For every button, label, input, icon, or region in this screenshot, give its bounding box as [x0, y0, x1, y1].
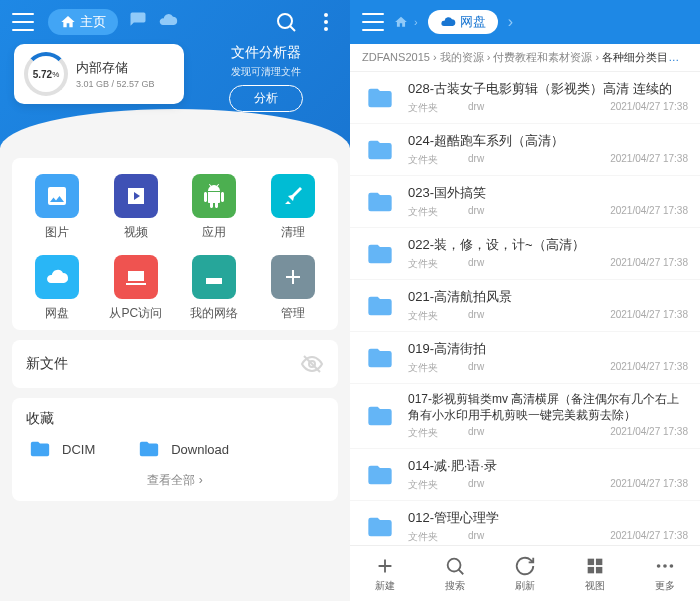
path-icons: › — [394, 15, 418, 29]
file-meta: 文件夹 drw 2021/04/27 17:38 — [408, 309, 688, 323]
grid-apps[interactable]: 应用 — [175, 174, 254, 241]
nav-more[interactable]: 更多 — [630, 546, 700, 601]
breadcrumb[interactable]: ZDFANS2015 › 我的资源 › 付费教程和素材资源 › 各种细分类目视频… — [350, 44, 700, 72]
file-meta: 文件夹 drw 2021/04/27 17:38 — [408, 257, 688, 271]
eye-off-icon[interactable] — [300, 352, 324, 376]
fav-label: Download — [171, 442, 229, 457]
plus-icon — [374, 555, 396, 577]
cloud-icon-dim[interactable] — [158, 10, 178, 34]
file-type: 文件夹 — [408, 478, 468, 492]
file-perm: drw — [468, 153, 610, 167]
file-date: 2021/04/27 17:38 — [610, 309, 688, 323]
file-perm: drw — [468, 530, 610, 544]
favorites-items: DCIM Download — [26, 438, 324, 460]
file-date: 2021/04/27 17:38 — [610, 426, 688, 440]
file-body: 028-古装女子电影剪辑（影视类）高清 连续的 文件夹 drw 2021/04/… — [408, 80, 688, 115]
grid-pictures[interactable]: 图片 — [18, 174, 97, 241]
file-date: 2021/04/27 17:38 — [610, 478, 688, 492]
chevron-right-icon: › — [508, 13, 513, 31]
file-perm: drw — [468, 361, 610, 375]
file-name: 024-超酷跑车系列（高清） — [408, 132, 688, 150]
broom-icon — [271, 174, 315, 218]
home-chip[interactable]: 主页 — [48, 9, 118, 35]
grid-cloud[interactable]: 网盘 — [18, 255, 97, 322]
file-name: 017-影视剪辑类mv 高清横屏（备注偶尔有几个右上角有小水印用手机剪映一键完美… — [408, 392, 688, 423]
right-header: › 网盘 › — [350, 0, 700, 44]
file-row[interactable]: 012-管理心理学 文件夹 drw 2021/04/27 17:38 — [350, 501, 700, 545]
file-row[interactable]: 019-高清街拍 文件夹 drw 2021/04/27 17:38 — [350, 332, 700, 384]
file-body: 017-影视剪辑类mv 高清横屏（备注偶尔有几个右上角有小水印用手机剪映一键完美… — [408, 392, 688, 440]
analyzer-subtitle: 发现可清理文件 — [196, 65, 336, 79]
home-chip-label: 主页 — [80, 13, 106, 31]
folder-icon — [362, 84, 398, 112]
storage-percent: 5.72 — [33, 69, 52, 80]
nav-refresh[interactable]: 刷新 — [490, 546, 560, 601]
file-row[interactable]: 014-减·肥·语·录 文件夹 drw 2021/04/27 17:38 — [350, 449, 700, 501]
home-icon[interactable] — [394, 15, 408, 29]
plus-icon — [271, 255, 315, 299]
svg-rect-4 — [596, 558, 602, 564]
chevron-right-icon: › — [414, 16, 418, 28]
newfile-label: 新文件 — [26, 355, 68, 373]
file-body: 014-减·肥·语·录 文件夹 drw 2021/04/27 17:38 — [408, 457, 688, 492]
nav-label: 更多 — [655, 579, 675, 593]
file-type: 文件夹 — [408, 361, 468, 375]
menu-icon[interactable] — [362, 13, 384, 31]
file-row[interactable]: 024-超酷跑车系列（高清） 文件夹 drw 2021/04/27 17:38 — [350, 124, 700, 176]
nav-new[interactable]: 新建 — [350, 546, 420, 601]
file-meta: 文件夹 drw 2021/04/27 17:38 — [408, 426, 688, 440]
header-content: 5.72% 内部存储 3.01 GB / 52.57 GB 文件分析器 发现可清… — [0, 44, 350, 112]
refresh-icon — [514, 555, 536, 577]
storage-card[interactable]: 5.72% 内部存储 3.01 GB / 52.57 GB — [14, 44, 184, 104]
file-row[interactable]: 028-古装女子电影剪辑（影视类）高清 连续的 文件夹 drw 2021/04/… — [350, 72, 700, 124]
file-row[interactable]: 017-影视剪辑类mv 高清横屏（备注偶尔有几个右上角有小水印用手机剪映一键完美… — [350, 384, 700, 449]
file-perm: drw — [468, 478, 610, 492]
folder-icon — [362, 136, 398, 164]
grid-pc-access[interactable]: 从PC访问 — [97, 255, 176, 322]
file-row[interactable]: 022-装，修，设，计~（高清） 文件夹 drw 2021/04/27 17:3… — [350, 228, 700, 280]
view-all-button[interactable]: 查看全部 › — [26, 472, 324, 489]
newfile-section[interactable]: 新文件 — [12, 340, 338, 388]
storage-percent-unit: % — [52, 70, 59, 79]
grid-label: 网盘 — [45, 305, 69, 322]
svg-rect-5 — [588, 566, 594, 572]
router-icon — [192, 255, 236, 299]
file-date: 2021/04/27 17:38 — [610, 361, 688, 375]
file-date: 2021/04/27 17:38 — [610, 530, 688, 544]
file-row[interactable]: 023-国外搞笑 文件夹 drw 2021/04/27 17:38 — [350, 176, 700, 228]
grid-network[interactable]: 我的网络 — [175, 255, 254, 322]
storage-donut-icon: 5.72% — [24, 52, 68, 96]
fav-download[interactable]: Download — [135, 438, 229, 460]
file-row[interactable]: 021-高清航拍风景 文件夹 drw 2021/04/27 17:38 — [350, 280, 700, 332]
grid-video[interactable]: 视频 — [97, 174, 176, 241]
left-header: 主页 5.72% 内部存储 3.01 GB / 52.57 GB — [0, 0, 350, 148]
menu-icon[interactable] — [12, 13, 34, 31]
grid-label: 清理 — [281, 224, 305, 241]
folder-icon — [362, 402, 398, 430]
nav-label: 搜索 — [445, 579, 465, 593]
storage-title: 内部存储 — [76, 59, 155, 77]
grid-cleaner[interactable]: 清理 — [254, 174, 333, 241]
grid-label: 我的网络 — [190, 305, 238, 322]
cloud-chip[interactable]: 网盘 — [428, 10, 498, 34]
file-meta: 文件夹 drw 2021/04/27 17:38 — [408, 153, 688, 167]
video-icon — [114, 174, 158, 218]
grid-label: 图片 — [45, 224, 69, 241]
devices-icon — [114, 255, 158, 299]
folder-icon — [362, 292, 398, 320]
file-perm: drw — [468, 101, 610, 115]
file-name: 021-高清航拍风景 — [408, 288, 688, 306]
favorites-title: 收藏 — [26, 410, 324, 428]
file-body: 023-国外搞笑 文件夹 drw 2021/04/27 17:38 — [408, 184, 688, 219]
file-meta: 文件夹 drw 2021/04/27 17:38 — [408, 530, 688, 544]
nav-view[interactable]: 视图 — [560, 546, 630, 601]
more-icon[interactable] — [314, 10, 338, 34]
file-list[interactable]: 028-古装女子电影剪辑（影视类）高清 连续的 文件夹 drw 2021/04/… — [350, 72, 700, 545]
search-icon[interactable] — [274, 10, 298, 34]
bookmark-icon-dim[interactable] — [128, 10, 148, 34]
grid-manage[interactable]: 管理 — [254, 255, 333, 322]
nav-search[interactable]: 搜索 — [420, 546, 490, 601]
analyze-button[interactable]: 分析 — [229, 85, 303, 112]
fav-dcim[interactable]: DCIM — [26, 438, 95, 460]
storage-info: 内部存储 3.01 GB / 52.57 GB — [76, 59, 155, 89]
